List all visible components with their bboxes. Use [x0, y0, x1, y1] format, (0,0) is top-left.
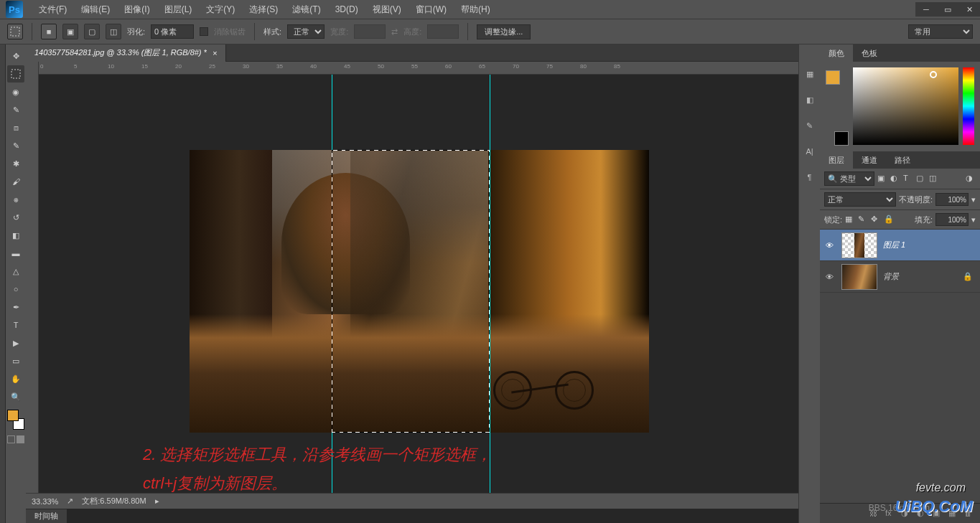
- swatches-tab[interactable]: 色板: [853, 44, 886, 62]
- lock-icon: 🔒: [963, 272, 973, 281]
- refine-edge-button[interactable]: 调整边缘...: [477, 24, 531, 39]
- blur-tool[interactable]: △: [7, 263, 24, 280]
- selection-intersect-icon[interactable]: ◫: [106, 24, 121, 39]
- zoom-level[interactable]: 33.33%: [32, 497, 58, 506]
- lasso-tool[interactable]: ◉: [7, 83, 24, 100]
- path-select-tool[interactable]: ▶: [7, 334, 24, 352]
- brush-tool[interactable]: 🖌: [7, 173, 24, 190]
- style-select[interactable]: 正常: [287, 24, 325, 39]
- menu-file[interactable]: 文件(F): [32, 4, 74, 16]
- zoom-tool[interactable]: 🔍: [7, 388, 24, 405]
- stamp-tool[interactable]: ⎈: [7, 191, 24, 208]
- document-area: 14035775842­81.jpg @ 33.3% (图层 1, RGB/8#…: [26, 44, 798, 523]
- tab-close-icon[interactable]: ×: [213, 49, 217, 57]
- channels-tab[interactable]: 通道: [853, 151, 886, 169]
- foreground-color-swatch[interactable]: [7, 410, 19, 421]
- color-panel-bg-swatch[interactable]: [834, 131, 849, 146]
- menu-3d[interactable]: 3D(D): [328, 4, 365, 14]
- opacity-input[interactable]: [935, 193, 969, 206]
- menu-filter[interactable]: 滤镜(T): [285, 4, 327, 16]
- eraser-tool[interactable]: ◧: [7, 227, 24, 244]
- hue-slider[interactable]: [963, 67, 974, 145]
- history-panel-icon[interactable]: ▦: [802, 66, 818, 82]
- properties-panel-icon[interactable]: ◧: [802, 92, 818, 108]
- menu-select[interactable]: 选择(S): [242, 4, 285, 16]
- pen-tool[interactable]: ✒: [7, 298, 24, 316]
- gradient-tool[interactable]: ▬: [7, 245, 24, 262]
- color-indicator[interactable]: [930, 71, 937, 78]
- layer-thumbnail[interactable]: [841, 232, 877, 258]
- lock-all-icon[interactable]: 🔒: [884, 215, 894, 225]
- layer-row[interactable]: 👁 图层 1: [820, 230, 980, 261]
- color-swatches[interactable]: [6, 409, 25, 430]
- marquee-tool[interactable]: [7, 65, 24, 83]
- visibility-toggle-icon[interactable]: 👁: [823, 273, 836, 281]
- document-tab[interactable]: 14035775842­81.jpg @ 33.3% (图层 1, RGB/8#…: [26, 44, 226, 62]
- hand-tool[interactable]: ✋: [7, 370, 24, 387]
- layer-filter-type[interactable]: 🔍 类型: [824, 171, 874, 186]
- crop-tool[interactable]: ⧈: [7, 119, 24, 136]
- menu-view[interactable]: 视图(V): [365, 4, 409, 16]
- selection-new-icon[interactable]: ■: [41, 24, 57, 39]
- canvas[interactable]: 2. 选择矩形选框工具，沿参考线画一个矩形选框， ctrl+j复制为新图层。: [39, 75, 798, 493]
- history-brush-tool[interactable]: ↺: [7, 209, 24, 226]
- filter-toggle-icon[interactable]: ◑: [966, 174, 976, 184]
- paragraph-panel-icon[interactable]: ¶: [802, 169, 818, 185]
- menu-window[interactable]: 窗口(W): [409, 4, 454, 16]
- chevron-down-icon[interactable]: ▾: [971, 195, 976, 204]
- opacity-label: 不透明度:: [899, 194, 933, 205]
- paths-tab[interactable]: 路径: [886, 151, 919, 169]
- layers-tab[interactable]: 图层: [820, 151, 853, 169]
- marquee-selection[interactable]: [332, 150, 490, 433]
- move-tool[interactable]: ✥: [7, 47, 24, 65]
- menu-edit[interactable]: 编辑(E): [74, 4, 117, 16]
- lock-transparent-icon[interactable]: ▦: [845, 215, 855, 225]
- minimize-button[interactable]: ─: [915, 2, 937, 17]
- close-button[interactable]: ✕: [958, 2, 980, 17]
- layer-name[interactable]: 背景: [883, 271, 899, 282]
- type-tool[interactable]: T: [7, 316, 24, 334]
- eyedropper-tool[interactable]: ✎: [7, 137, 24, 154]
- lock-pixels-icon[interactable]: ✎: [858, 215, 868, 225]
- filter-type-icon[interactable]: T: [903, 174, 913, 184]
- layer-row[interactable]: 👁 背景 🔒: [820, 261, 980, 293]
- maximize-button[interactable]: ▭: [937, 2, 958, 17]
- filter-pixel-icon[interactable]: ▣: [877, 174, 887, 184]
- timeline-tab[interactable]: 时间轴: [26, 509, 67, 523]
- healing-tool[interactable]: ✱: [7, 155, 24, 172]
- blend-mode-select[interactable]: 正常: [824, 192, 896, 207]
- chevron-down-icon[interactable]: ▾: [971, 215, 976, 225]
- chevron-right-icon[interactable]: ▸: [155, 496, 159, 506]
- workspace-select[interactable]: 常用: [908, 24, 973, 39]
- visibility-toggle-icon[interactable]: 👁: [823, 241, 836, 250]
- lock-position-icon[interactable]: ✥: [871, 215, 881, 225]
- menu-image[interactable]: 图像(I): [117, 4, 157, 16]
- brush-panel-icon[interactable]: ✎: [802, 118, 818, 133]
- fill-input[interactable]: [935, 213, 969, 226]
- layer-thumbnail[interactable]: [841, 264, 877, 290]
- color-panel-fg-swatch[interactable]: [826, 70, 840, 85]
- menu-layer[interactable]: 图层(L): [157, 4, 200, 16]
- quick-select-tool[interactable]: ✎: [7, 101, 24, 118]
- feather-input[interactable]: [151, 24, 194, 39]
- shape-tool[interactable]: ▭: [7, 352, 24, 369]
- color-field[interactable]: [853, 67, 958, 145]
- guide-vertical-2[interactable]: [490, 75, 490, 493]
- doc-size[interactable]: 文档:6.59M/8.80M: [82, 496, 146, 506]
- share-icon[interactable]: ↗: [67, 496, 73, 506]
- character-panel-icon[interactable]: A|: [802, 143, 818, 159]
- swap-wh-icon: ⇄: [391, 27, 398, 37]
- color-tab[interactable]: 颜色: [820, 44, 853, 62]
- menu-help[interactable]: 帮助(H): [454, 4, 498, 16]
- dodge-tool[interactable]: ○: [7, 281, 24, 298]
- menu-type[interactable]: 文字(Y): [199, 4, 242, 16]
- marquee-tool-icon[interactable]: [7, 24, 23, 39]
- layer-name[interactable]: 图层 1: [883, 240, 905, 250]
- tool-collapse-strip[interactable]: [0, 44, 6, 523]
- quick-mask-icons[interactable]: [7, 435, 24, 443]
- selection-subtract-icon[interactable]: ▢: [84, 24, 100, 39]
- filter-adjust-icon[interactable]: ◐: [890, 174, 900, 184]
- filter-shape-icon[interactable]: ▢: [916, 174, 926, 184]
- selection-add-icon[interactable]: ▣: [62, 24, 78, 39]
- filter-smart-icon[interactable]: ◫: [929, 174, 939, 184]
